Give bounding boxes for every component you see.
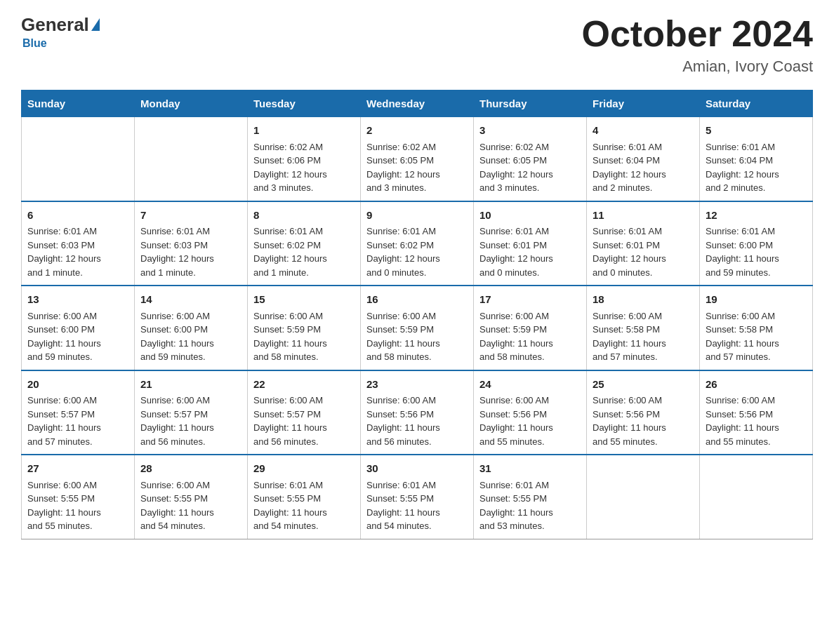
day-number: 4	[593, 123, 694, 139]
day-number: 13	[27, 292, 128, 308]
weekday-header-row: SundayMondayTuesdayWednesdayThursdayFrid…	[22, 90, 813, 117]
weekday-header-monday: Monday	[135, 90, 248, 117]
day-number: 22	[253, 377, 355, 393]
day-info: Sunrise: 6:00 AM Sunset: 5:58 PM Dayligh…	[593, 311, 666, 363]
day-number: 8	[253, 208, 355, 224]
calendar-cell: 4Sunrise: 6:01 AM Sunset: 6:04 PM Daylig…	[587, 117, 700, 201]
calendar-title-area: October 2024 Amian, Ivory Coast	[582, 14, 814, 76]
day-info: Sunrise: 6:01 AM Sunset: 5:55 PM Dayligh…	[479, 480, 553, 532]
calendar-cell: 1Sunrise: 6:02 AM Sunset: 6:06 PM Daylig…	[248, 117, 361, 201]
calendar-cell: 10Sunrise: 6:01 AM Sunset: 6:01 PM Dayli…	[474, 201, 587, 286]
day-info: Sunrise: 6:00 AM Sunset: 5:55 PM Dayligh…	[140, 480, 214, 532]
calendar-cell: 17Sunrise: 6:00 AM Sunset: 5:59 PM Dayli…	[474, 286, 587, 370]
day-number: 17	[479, 292, 581, 308]
day-info: Sunrise: 6:00 AM Sunset: 5:55 PM Dayligh…	[27, 480, 101, 532]
day-info: Sunrise: 6:01 AM Sunset: 6:04 PM Dayligh…	[706, 142, 779, 194]
day-number: 11	[593, 208, 694, 224]
calendar-cell: 31Sunrise: 6:01 AM Sunset: 5:55 PM Dayli…	[474, 455, 587, 539]
calendar-cell	[22, 117, 135, 201]
day-number: 12	[706, 208, 807, 224]
day-info: Sunrise: 6:01 AM Sunset: 6:03 PM Dayligh…	[27, 226, 101, 278]
day-info: Sunrise: 6:00 AM Sunset: 5:59 PM Dayligh…	[479, 311, 553, 363]
calendar-cell: 6Sunrise: 6:01 AM Sunset: 6:03 PM Daylig…	[22, 201, 135, 286]
day-info: Sunrise: 6:02 AM Sunset: 6:05 PM Dayligh…	[366, 142, 440, 194]
day-info: Sunrise: 6:01 AM Sunset: 6:04 PM Dayligh…	[593, 142, 666, 194]
day-info: Sunrise: 6:00 AM Sunset: 5:59 PM Dayligh…	[253, 311, 327, 363]
day-info: Sunrise: 6:00 AM Sunset: 5:57 PM Dayligh…	[140, 395, 214, 447]
day-number: 26	[706, 377, 807, 393]
calendar-cell: 14Sunrise: 6:00 AM Sunset: 6:00 PM Dayli…	[135, 286, 248, 370]
calendar-cell: 18Sunrise: 6:00 AM Sunset: 5:58 PM Dayli…	[587, 286, 700, 370]
calendar-cell: 22Sunrise: 6:00 AM Sunset: 5:57 PM Dayli…	[248, 370, 361, 455]
calendar-cell	[700, 455, 813, 539]
day-number: 6	[27, 208, 128, 224]
calendar-cell: 28Sunrise: 6:00 AM Sunset: 5:55 PM Dayli…	[135, 455, 248, 539]
day-number: 23	[366, 377, 468, 393]
weekday-header-sunday: Sunday	[22, 90, 135, 117]
day-info: Sunrise: 6:01 AM Sunset: 6:03 PM Dayligh…	[140, 226, 214, 278]
calendar-cell: 3Sunrise: 6:02 AM Sunset: 6:05 PM Daylig…	[474, 117, 587, 201]
page-header: General Blue October 2024 Amian, Ivory C…	[21, 14, 813, 76]
calendar-cell: 21Sunrise: 6:00 AM Sunset: 5:57 PM Dayli…	[135, 370, 248, 455]
calendar-cell: 20Sunrise: 6:00 AM Sunset: 5:57 PM Dayli…	[22, 370, 135, 455]
day-number: 1	[253, 123, 355, 139]
day-info: Sunrise: 6:01 AM Sunset: 6:02 PM Dayligh…	[253, 226, 327, 278]
logo: General Blue	[21, 14, 100, 50]
logo-general: General	[21, 14, 89, 36]
calendar-week-row: 1Sunrise: 6:02 AM Sunset: 6:06 PM Daylig…	[22, 117, 813, 201]
day-number: 21	[140, 377, 241, 393]
weekday-header-thursday: Thursday	[474, 90, 587, 117]
calendar-cell	[587, 455, 700, 539]
day-number: 14	[140, 292, 241, 308]
day-info: Sunrise: 6:01 AM Sunset: 6:01 PM Dayligh…	[593, 226, 666, 278]
calendar-cell: 29Sunrise: 6:01 AM Sunset: 5:55 PM Dayli…	[248, 455, 361, 539]
logo-text: General	[21, 14, 100, 36]
day-info: Sunrise: 6:00 AM Sunset: 5:56 PM Dayligh…	[706, 395, 779, 447]
calendar-cell: 24Sunrise: 6:00 AM Sunset: 5:56 PM Dayli…	[474, 370, 587, 455]
day-info: Sunrise: 6:00 AM Sunset: 5:56 PM Dayligh…	[593, 395, 666, 447]
day-number: 9	[366, 208, 468, 224]
day-number: 7	[140, 208, 241, 224]
day-info: Sunrise: 6:01 AM Sunset: 5:55 PM Dayligh…	[366, 480, 440, 532]
calendar-table: SundayMondayTuesdayWednesdayThursdayFrid…	[21, 90, 813, 539]
weekday-header-friday: Friday	[587, 90, 700, 117]
day-number: 27	[27, 461, 128, 477]
day-number: 24	[479, 377, 581, 393]
calendar-cell: 13Sunrise: 6:00 AM Sunset: 6:00 PM Dayli…	[22, 286, 135, 370]
day-info: Sunrise: 6:00 AM Sunset: 6:00 PM Dayligh…	[140, 311, 214, 363]
calendar-cell: 7Sunrise: 6:01 AM Sunset: 6:03 PM Daylig…	[135, 201, 248, 286]
day-number: 29	[253, 461, 355, 477]
calendar-cell	[135, 117, 248, 201]
day-number: 2	[366, 123, 468, 139]
day-info: Sunrise: 6:00 AM Sunset: 5:56 PM Dayligh…	[366, 395, 440, 447]
day-info: Sunrise: 6:01 AM Sunset: 6:02 PM Dayligh…	[366, 226, 440, 278]
day-info: Sunrise: 6:01 AM Sunset: 5:55 PM Dayligh…	[253, 480, 327, 532]
calendar-week-row: 27Sunrise: 6:00 AM Sunset: 5:55 PM Dayli…	[22, 455, 813, 539]
day-info: Sunrise: 6:00 AM Sunset: 5:59 PM Dayligh…	[366, 311, 440, 363]
weekday-header-saturday: Saturday	[700, 90, 813, 117]
day-info: Sunrise: 6:00 AM Sunset: 5:56 PM Dayligh…	[479, 395, 553, 447]
day-info: Sunrise: 6:00 AM Sunset: 5:58 PM Dayligh…	[706, 311, 779, 363]
calendar-cell: 30Sunrise: 6:01 AM Sunset: 5:55 PM Dayli…	[361, 455, 474, 539]
calendar-cell: 19Sunrise: 6:00 AM Sunset: 5:58 PM Dayli…	[700, 286, 813, 370]
logo-triangle-icon	[91, 18, 100, 31]
logo-blue-label: Blue	[22, 37, 47, 50]
day-number: 15	[253, 292, 355, 308]
calendar-week-row: 13Sunrise: 6:00 AM Sunset: 6:00 PM Dayli…	[22, 286, 813, 370]
calendar-cell: 27Sunrise: 6:00 AM Sunset: 5:55 PM Dayli…	[22, 455, 135, 539]
day-info: Sunrise: 6:02 AM Sunset: 6:05 PM Dayligh…	[479, 142, 553, 194]
calendar-cell: 8Sunrise: 6:01 AM Sunset: 6:02 PM Daylig…	[248, 201, 361, 286]
day-number: 5	[706, 123, 807, 139]
day-info: Sunrise: 6:00 AM Sunset: 5:57 PM Dayligh…	[253, 395, 327, 447]
calendar-cell: 2Sunrise: 6:02 AM Sunset: 6:05 PM Daylig…	[361, 117, 474, 201]
day-number: 16	[366, 292, 468, 308]
calendar-week-row: 6Sunrise: 6:01 AM Sunset: 6:03 PM Daylig…	[22, 201, 813, 286]
calendar-cell: 26Sunrise: 6:00 AM Sunset: 5:56 PM Dayli…	[700, 370, 813, 455]
calendar-cell: 16Sunrise: 6:00 AM Sunset: 5:59 PM Dayli…	[361, 286, 474, 370]
day-number: 10	[479, 208, 581, 224]
day-number: 28	[140, 461, 241, 477]
day-number: 30	[366, 461, 468, 477]
weekday-header-tuesday: Tuesday	[248, 90, 361, 117]
calendar-cell: 9Sunrise: 6:01 AM Sunset: 6:02 PM Daylig…	[361, 201, 474, 286]
day-number: 25	[593, 377, 694, 393]
